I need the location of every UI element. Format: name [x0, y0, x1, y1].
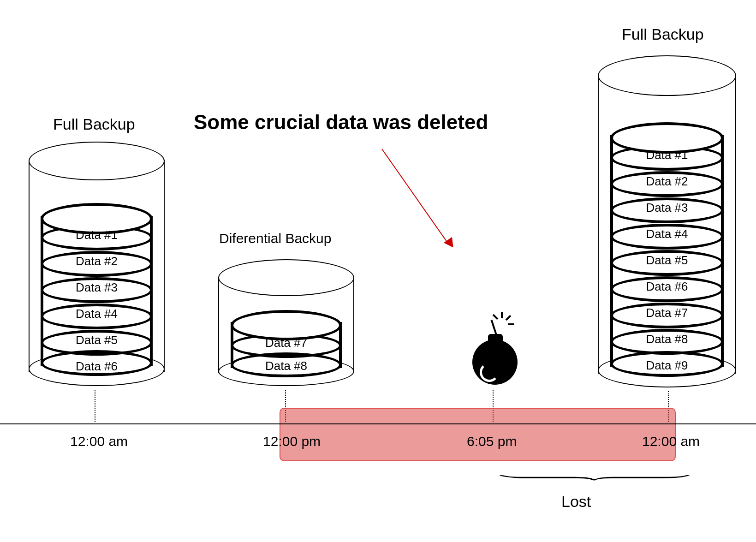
right-disk-6: Data #6 — [610, 280, 724, 294]
left-disk-2: Data #2 — [41, 254, 153, 268]
time-4: 12:00 am — [642, 434, 700, 449]
left-disk-5: Data #5 — [41, 333, 153, 347]
right-disk-1: Data #1 — [610, 148, 724, 162]
left-disk-4: Data #4 — [41, 307, 153, 321]
title-middle: Diferential Backup — [219, 231, 331, 246]
time-2: 12:00 pm — [263, 434, 321, 449]
vdot-1 — [95, 390, 95, 422]
title-right: Full Backup — [622, 25, 704, 43]
time-3: 6:05 pm — [467, 434, 517, 449]
time-1: 12:00 am — [70, 434, 128, 449]
title-left: Full Backup — [53, 115, 135, 133]
right-disk-2: Data #2 — [610, 174, 724, 189]
lost-label: Lost — [561, 493, 591, 511]
stack-left: Data #1 Data #2 Data #3 Data #4 Data #5 … — [41, 203, 153, 376]
left-disk-1: Data #1 — [41, 228, 153, 242]
annotation-text: Some crucial data was deleted — [194, 111, 488, 134]
right-disk-9: Data #9 — [610, 358, 724, 373]
right-disk-4: Data #4 — [610, 227, 724, 241]
bomb-icon — [469, 313, 524, 387]
arrow-line — [381, 149, 448, 244]
mid-disk-2: Data #8 — [231, 359, 342, 373]
diagram-stage: { "annotation": { "text": "Some crucial … — [0, 0, 756, 542]
left-disk-3: Data #3 — [41, 280, 153, 295]
stack-right: Data #1 Data #2 Data #3 Data #4 Data #5 … — [610, 122, 724, 377]
stack-middle: Data #7 Data #8 — [231, 310, 342, 377]
mid-disk-1: Data #7 — [231, 336, 342, 350]
right-disk-7: Data #7 — [610, 306, 724, 320]
right-disk-8: Data #8 — [610, 332, 724, 346]
left-disk-6: Data #6 — [41, 359, 153, 374]
right-disk-5: Data #5 — [610, 253, 724, 268]
right-disk-3: Data #3 — [610, 201, 724, 215]
timeline-axis — [0, 423, 756, 424]
